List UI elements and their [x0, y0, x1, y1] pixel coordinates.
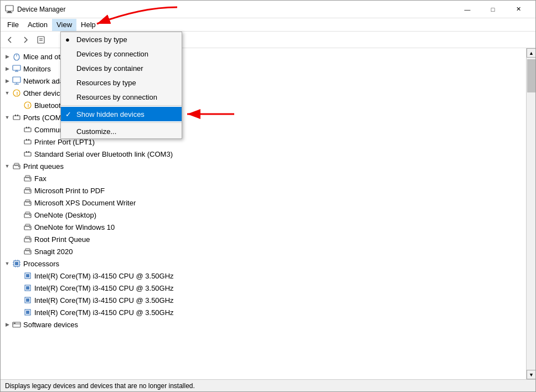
menu-view[interactable]: View [52, 19, 76, 31]
expand-processors[interactable]: ▼ [3, 259, 12, 268]
menu-file[interactable]: File [3, 19, 23, 31]
check-devices-by-type: ● [65, 35, 70, 44]
menu-action[interactable]: Action [23, 19, 52, 31]
tree-item-serial-bt[interactable]: ▶ Standard Serial over Bluetooth link (C… [1, 148, 526, 160]
menu-devices-by-connection[interactable]: Devices by connection [61, 47, 182, 61]
tree-item-root-print[interactable]: ▶ Root Print Queue [1, 233, 526, 245]
ms-xps-label: Microsoft XPS Document Writer [34, 199, 136, 207]
svg-rect-27 [26, 139, 27, 141]
print-queues-label: Print queues [23, 162, 64, 171]
scroll-down-button[interactable]: ▼ [527, 370, 535, 379]
svg-text:!: ! [28, 103, 29, 109]
tree-item-fax[interactable]: ▶ Fax [1, 172, 526, 184]
svg-point-37 [29, 178, 30, 179]
toolbar-properties[interactable] [34, 33, 48, 47]
processors-icon [12, 259, 22, 269]
menu-resources-by-connection[interactable]: Resources by connection [61, 90, 182, 104]
title-bar: Device Manager — □ ✕ [1, 1, 535, 18]
svg-point-55 [29, 251, 30, 252]
tree-item-onenote-desktop[interactable]: ▶ OneNote (Desktop) [1, 209, 526, 221]
menu-resources-by-type[interactable]: Resources by type [61, 75, 182, 90]
toolbar-back[interactable] [3, 33, 17, 47]
tree-item-cpu2[interactable]: ▶ Intel(R) Core(TM) i3-4150 CPU @ 3.50GH… [1, 282, 526, 294]
onenote-desktop-icon [23, 210, 33, 220]
tree-item-cpu4[interactable]: ▶ Intel(R) Core(TM) i3-4150 CPU @ 3.50GH… [1, 306, 526, 318]
window-controls: — □ ✕ [455, 1, 531, 18]
menu-bar: File Action View Help ● Devices by type … [1, 18, 535, 32]
tree-item-processors[interactable]: ▼ Processors [1, 257, 526, 270]
svg-rect-25 [28, 127, 29, 128]
tree-item-software[interactable]: ▶ Software devices [1, 318, 526, 331]
svg-rect-29 [24, 152, 31, 156]
serial-bt-icon [23, 149, 33, 159]
svg-rect-10 [13, 65, 20, 70]
svg-rect-1 [8, 11, 11, 12]
svg-rect-2 [7, 12, 12, 13]
cpu4-label: Intel(R) Core(TM) i3-4150 CPU @ 3.50GHz [34, 308, 174, 317]
processors-label: Processors [23, 260, 59, 268]
menu-devices-by-type[interactable]: ● Devices by type [61, 32, 182, 47]
minimize-button[interactable]: — [455, 1, 480, 18]
expand-ports[interactable]: ▼ [3, 113, 12, 122]
expand-network[interactable]: ▶ [3, 76, 12, 85]
svg-point-46 [29, 215, 30, 216]
cpu2-icon [23, 283, 33, 293]
expand-mice[interactable]: ▶ [3, 52, 12, 61]
check-show-hidden: ✓ [65, 110, 71, 118]
svg-rect-31 [28, 151, 29, 153]
tree-item-cpu1[interactable]: ▶ Intel(R) Core(TM) i3-4150 CPU @ 3.50GH… [1, 270, 526, 282]
scroll-thumb[interactable] [527, 59, 535, 92]
tree-item-print-queues[interactable]: ▼ Print queues [1, 160, 526, 172]
fax-label: Fax [34, 174, 47, 183]
menu-customize[interactable]: Customize... [61, 124, 182, 138]
svg-text:!: ! [17, 91, 18, 96]
menu-separator-2 [61, 122, 182, 123]
status-bar: Displays legacy devices and devices that… [1, 379, 535, 391]
cpu1-icon [23, 271, 33, 281]
menu-help[interactable]: Help [76, 19, 100, 31]
svg-rect-0 [6, 6, 13, 11]
cpu3-icon [23, 295, 33, 305]
software-label: Software devices [23, 321, 78, 329]
tree-item-cpu3[interactable]: ▶ Intel(R) Core(TM) i3-4150 CPU @ 3.50GH… [1, 294, 526, 306]
maximize-button[interactable]: □ [480, 1, 506, 18]
tree-item-ms-pdf[interactable]: ▶ Microsoft Print to PDF [1, 184, 526, 197]
software-icon [12, 319, 22, 329]
svg-rect-21 [15, 115, 16, 116]
menu-show-hidden-devices[interactable]: ✓ Show hidden devices [61, 107, 182, 121]
menu-separator [61, 105, 182, 106]
ms-xps-icon [23, 198, 33, 208]
expand-print-queues[interactable]: ▼ [3, 162, 12, 171]
snagit-icon [23, 246, 33, 256]
svg-rect-67 [26, 274, 29, 277]
other-icon: ! [12, 88, 22, 98]
network-icon [12, 76, 22, 86]
root-print-label: Root Print Queue [34, 235, 90, 244]
toolbar-forward[interactable] [18, 33, 33, 47]
onenote-desktop-label: OneNote (Desktop) [34, 211, 96, 219]
mouse-icon [12, 51, 22, 61]
onenote-win10-icon [23, 222, 33, 232]
svg-point-49 [29, 227, 30, 228]
expand-software[interactable]: ▶ [3, 320, 12, 329]
tree-item-snagit[interactable]: ▶ Snagit 2020 [1, 245, 526, 257]
lpt-icon [23, 137, 33, 147]
fax-icon [23, 173, 33, 183]
ms-pdf-label: Microsoft Print to PDF [34, 187, 105, 195]
root-print-icon [23, 234, 33, 244]
svg-rect-28 [28, 139, 29, 141]
tree-item-ms-xps[interactable]: ▶ Microsoft XPS Document Writer [1, 197, 526, 209]
close-button[interactable]: ✕ [506, 1, 531, 18]
tree-item-onenote-win10[interactable]: ▶ OneNote for Windows 10 [1, 221, 526, 233]
svg-rect-73 [26, 311, 29, 314]
serial-bt-label: Standard Serial over Bluetooth link (COM… [34, 150, 173, 158]
svg-rect-69 [26, 286, 29, 290]
forward-icon [21, 35, 30, 44]
expand-other[interactable]: ▼ [3, 89, 12, 97]
cpu2-label: Intel(R) Core(TM) i3-4150 CPU @ 3.50GHz [34, 284, 174, 292]
menu-devices-by-container[interactable]: Devices by container [61, 61, 182, 75]
ports-icon [12, 112, 22, 122]
expand-monitors[interactable]: ▶ [3, 64, 12, 73]
scroll-up-button[interactable]: ▲ [527, 48, 535, 58]
vertical-scrollbar[interactable]: ▲ ▼ [526, 48, 535, 379]
